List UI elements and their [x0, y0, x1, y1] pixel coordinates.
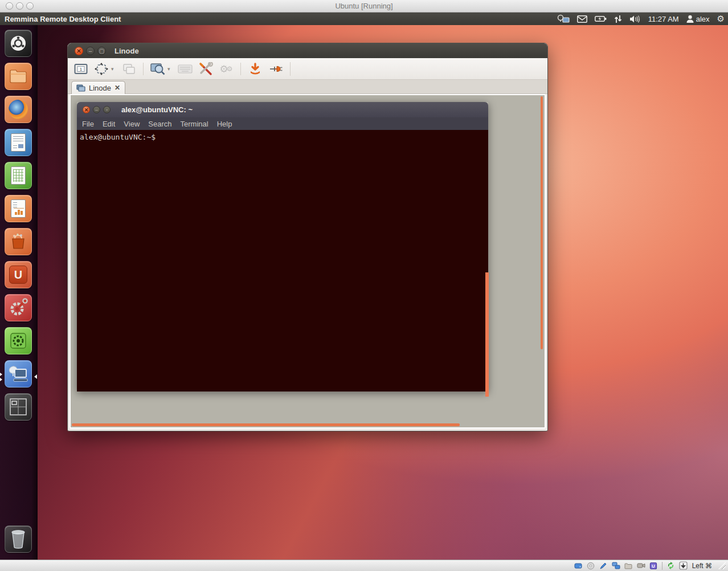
writer-document-icon [11, 133, 26, 152]
menu-terminal[interactable]: Terminal [181, 120, 208, 128]
remmina-tab-row: Linode ✕ [68, 80, 547, 94]
terminal-titlebar[interactable]: ✕ – ▫ alex@ubuntuVNC: ~ [77, 102, 488, 117]
sync-arrows-indicator-icon[interactable] [614, 13, 622, 25]
usb-chip-icon[interactable]: U [649, 561, 658, 570]
remote-desktop-indicator-icon[interactable] [557, 13, 570, 25]
launcher-ubuntu-one[interactable]: U [5, 261, 32, 288]
fit-window-dropdown-caret[interactable]: ▾ [111, 66, 117, 72]
firefox-globe-icon [9, 100, 28, 119]
launcher-trash[interactable] [5, 525, 32, 553]
vm-window-titlebar: Ubuntu [Running] [0, 0, 728, 13]
vnc-horizontal-scrollbar[interactable] [72, 423, 460, 426]
scaled-mode-icon[interactable] [149, 61, 166, 77]
launcher-remmina[interactable] [5, 360, 32, 388]
terminal-menubar: File Edit View Search Terminal Help [77, 117, 488, 130]
vm-window-title: Ubuntu [Running] [0, 2, 728, 10]
svg-text:U: U [652, 564, 655, 569]
remmina-toolbar: 1 ▾ ▾ ⚙⚙ [68, 58, 547, 80]
unity-launcher: U [0, 25, 38, 560]
user-silhouette-icon [686, 15, 694, 23]
remmina-maximize-button[interactable]: ▢ [97, 47, 106, 55]
scaled-mode-dropdown-caret[interactable]: ▾ [167, 66, 173, 72]
panel-username: alex [696, 15, 710, 23]
shopping-bag-icon [9, 233, 27, 250]
impress-presentation-icon [11, 199, 26, 218]
remmina-minimize-button[interactable]: – [86, 47, 95, 55]
green-ubuntu-gear-icon [10, 332, 27, 349]
terminal-window[interactable]: ✕ – ▫ alex@ubuntuVNC: ~ File Edit View S… [77, 102, 488, 391]
launcher-libreoffice-writer[interactable] [5, 129, 32, 156]
calc-spreadsheet-icon [11, 166, 26, 185]
remmina-titlebar[interactable]: ✕ – ▢ Linode [68, 43, 547, 58]
remmina-running-indicator [0, 373, 2, 376]
terminal-minimize-button[interactable]: – [93, 106, 100, 113]
host-key-label: Left ⌘ [692, 562, 712, 570]
remmina-tab-linode[interactable]: Linode ✕ [71, 81, 125, 94]
launcher-software-updater[interactable] [5, 327, 32, 354]
menu-search[interactable]: Search [148, 120, 171, 128]
disconnect-plug-icon[interactable] [267, 61, 284, 77]
terminal-prompt: alex@ubuntuVNC:~$ [77, 130, 488, 141]
video-camera-icon[interactable] [637, 561, 645, 570]
terminal-maximize-button[interactable]: ▫ [103, 106, 111, 113]
panel-app-title: Remmina Remote Desktop Client [5, 15, 121, 23]
cd-disc-icon[interactable] [587, 561, 595, 570]
launcher-libreoffice-impress[interactable] [5, 195, 32, 222]
gear-wrench-icon [9, 298, 28, 317]
workspace-grid-icon [9, 398, 27, 416]
menu-view[interactable]: View [124, 120, 140, 128]
resize-grip[interactable] [718, 562, 726, 569]
panel-user-menu[interactable]: alex [686, 13, 710, 25]
launcher-libreoffice-calc[interactable] [5, 162, 32, 189]
grab-keyboard-icon[interactable] [177, 61, 194, 77]
fullscreen-toggle-icon[interactable]: 1 [72, 61, 89, 77]
shared-folder-icon[interactable] [624, 561, 633, 570]
vnc-remote-desktop[interactable]: ✕ – ▫ alex@ubuntuVNC: ~ File Edit View S… [71, 95, 545, 427]
panel-clock[interactable]: 11:27 AM [648, 13, 679, 25]
tab-label: Linode [89, 84, 111, 92]
menu-help[interactable]: Help [217, 120, 232, 128]
desktop-wallpaper: ✕ – ▢ Linode 1 ▾ ▾ [0, 25, 728, 560]
svg-text:1: 1 [80, 67, 83, 72]
preferences-gears-icon[interactable]: ⚙⚙ [218, 61, 235, 77]
volume-indicator-icon[interactable] [629, 13, 641, 25]
session-gear-icon[interactable]: ⚙ [717, 13, 725, 25]
remmina-close-button[interactable]: ✕ [75, 47, 83, 55]
network-screens-icon[interactable] [612, 561, 620, 570]
folder-icon [9, 69, 27, 84]
ubuntu-top-panel: Remmina Remote Desktop Client 11:27 AM a… [0, 13, 728, 25]
terminal-close-button[interactable]: ✕ [83, 106, 90, 113]
remmina-running-indicator-2 [0, 378, 2, 381]
menu-file[interactable]: File [82, 120, 94, 128]
terminal-window-title: alex@ubuntuVNC: ~ [121, 105, 193, 114]
duplicate-connection-icon[interactable] [120, 61, 137, 77]
terminal-content[interactable]: alex@ubuntuVNC:~$ [77, 130, 488, 391]
capture-arrow-icon[interactable] [679, 561, 688, 570]
remmina-dish-monitor-icon [8, 365, 28, 383]
tab-close-icon[interactable]: ✕ [114, 84, 120, 92]
remmina-window: ✕ – ▢ Linode 1 ▾ ▾ [67, 43, 548, 431]
terminal-scrollbar[interactable] [485, 272, 489, 397]
launcher-software-center[interactable] [5, 228, 32, 255]
fit-window-icon[interactable] [93, 61, 110, 77]
launcher-workspace-switcher[interactable] [5, 393, 32, 421]
mail-indicator-icon[interactable] [577, 13, 587, 25]
trash-can-icon [10, 529, 27, 549]
menu-edit[interactable]: Edit [103, 120, 115, 128]
remmina-window-title: Linode [114, 47, 139, 55]
battery-indicator-icon[interactable] [595, 13, 607, 25]
launcher-system-settings[interactable] [5, 294, 32, 321]
virtualbox-statusbar: U Left ⌘ [0, 560, 728, 571]
sync-arrows-icon[interactable] [666, 561, 675, 570]
pen-icon[interactable] [599, 561, 608, 570]
launcher-home-folder[interactable] [5, 63, 32, 90]
ubuntu-one-u-icon: U [9, 266, 27, 284]
launcher-firefox[interactable] [5, 96, 32, 123]
tools-icon[interactable] [197, 61, 214, 77]
ubuntu-logo-icon [10, 35, 27, 52]
launcher-dash-home[interactable] [5, 30, 32, 57]
remmina-focused-indicator [34, 374, 37, 379]
hard-disk-icon[interactable] [574, 561, 583, 570]
minimize-window-icon[interactable] [247, 61, 264, 77]
vnc-vertical-scrollbar[interactable] [541, 96, 543, 349]
